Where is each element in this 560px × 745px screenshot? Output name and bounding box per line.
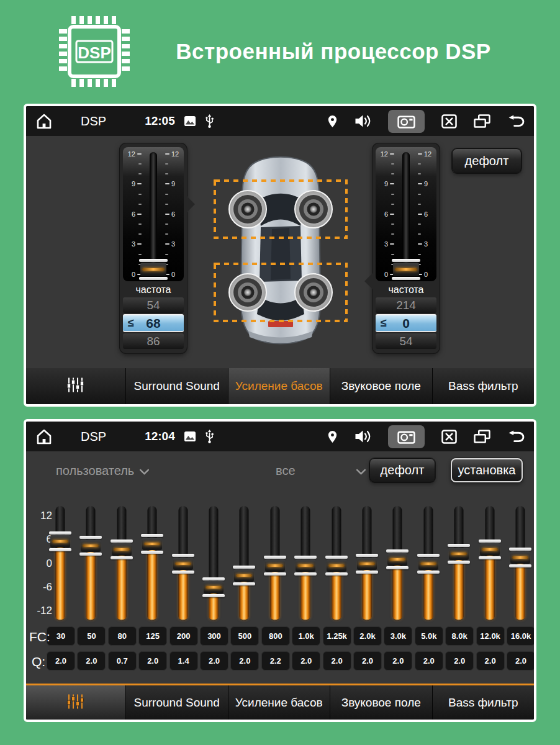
eq-handle[interactable] (509, 548, 531, 567)
preset-dropdown[interactable]: пользователь (56, 464, 150, 478)
eq-band-slider-500[interactable] (232, 506, 256, 621)
eq-band-slider-300[interactable] (201, 506, 226, 621)
eq-band-slider-50[interactable] (78, 506, 103, 621)
frequency-option[interactable]: 54 (123, 297, 184, 313)
back-icon[interactable] (507, 115, 525, 128)
fc-value-chip[interactable]: 1.25k (323, 626, 351, 646)
left-crossover-fader[interactable]: 129630129630 (123, 147, 184, 281)
eq-handle[interactable] (479, 540, 501, 559)
close-app-icon[interactable] (441, 114, 457, 129)
fc-value-chip[interactable]: 50 (77, 626, 106, 646)
eq-handle[interactable] (79, 536, 102, 556)
eq-band-slider-2.0k[interactable] (355, 506, 379, 621)
eq-band-slider-5.0k[interactable] (416, 506, 441, 621)
fader-handle[interactable] (392, 259, 420, 280)
location-icon[interactable] (327, 115, 338, 128)
home-icon[interactable] (35, 428, 53, 445)
back-icon[interactable] (507, 430, 525, 443)
q-value-chip[interactable]: 2.0 (77, 651, 106, 670)
q-value-chip[interactable]: 2.0 (200, 651, 228, 670)
volume-icon[interactable] (355, 114, 371, 128)
eq-band-slider-125[interactable] (140, 506, 165, 621)
fc-value-chip[interactable]: 12.0k (476, 626, 505, 646)
tab-sound-field[interactable]: Звуковое поле (330, 685, 432, 720)
eq-handle[interactable] (172, 554, 194, 574)
fc-value-chip[interactable]: 80 (108, 626, 137, 646)
tab-sound-field[interactable]: Звуковое поле (330, 368, 432, 404)
default-button[interactable]: дефолт (369, 458, 435, 482)
eq-band-slider-800[interactable] (263, 506, 287, 621)
tab-equalizer[interactable] (26, 368, 125, 404)
home-icon[interactable] (35, 113, 53, 129)
tab-bass-filter[interactable]: Bass фильтр (432, 368, 535, 404)
eq-handle[interactable] (141, 534, 163, 554)
right-crossover-fader[interactable]: 129630129630 (376, 147, 436, 281)
tab-bass-boost[interactable]: Усиление басов (228, 685, 330, 720)
eq-band-slider-3.0k[interactable] (385, 506, 410, 621)
eq-band-slider-30[interactable] (48, 506, 73, 621)
fader-rail[interactable] (150, 152, 157, 276)
fc-value-chip[interactable]: 16.0k (507, 626, 535, 646)
eq-handle[interactable] (386, 549, 409, 569)
fc-value-chip[interactable]: 125 (138, 626, 167, 646)
frequency-option[interactable]: 214 (376, 297, 436, 313)
camera-button[interactable] (388, 110, 425, 133)
camera-button[interactable] (388, 425, 425, 448)
volume-icon[interactable] (355, 430, 371, 443)
fc-value-chip[interactable]: 800 (261, 626, 290, 646)
fader-handle[interactable] (139, 259, 168, 280)
fc-value-chip[interactable]: 200 (169, 626, 198, 646)
q-value-chip[interactable]: 2.0 (476, 651, 505, 670)
eq-handle[interactable] (417, 554, 440, 574)
frequency-option-selected[interactable]: ≤68 (123, 314, 184, 332)
q-value-chip[interactable]: 2.0 (230, 651, 259, 670)
eq-band-slider-12.0k[interactable] (477, 506, 502, 621)
tab-equalizer[interactable] (26, 685, 125, 720)
eq-band-slider-80[interactable] (109, 506, 134, 621)
fader-rail[interactable] (402, 152, 410, 276)
fc-value-chip[interactable]: 500 (230, 626, 259, 646)
q-value-chip[interactable]: 2.0 (384, 651, 412, 670)
eq-handle[interactable] (294, 556, 317, 576)
eq-handle[interactable] (264, 556, 286, 576)
q-value-chip[interactable]: 2.0 (415, 651, 443, 670)
eq-band-slider-1.25k[interactable] (324, 506, 349, 621)
q-value-chip[interactable]: 2.0 (47, 651, 75, 670)
default-button[interactable]: дефолт (452, 148, 522, 173)
eq-handle[interactable] (111, 540, 133, 559)
frequency-option[interactable]: 86 (123, 333, 184, 349)
q-value-chip[interactable]: 2.2 (261, 651, 290, 670)
eq-handle[interactable] (325, 556, 348, 576)
eq-band-slider-8.0k[interactable] (446, 506, 471, 621)
eq-handle[interactable] (356, 554, 378, 574)
q-value-chip[interactable]: 1.4 (169, 651, 198, 670)
setup-button[interactable]: установка (451, 458, 523, 482)
eq-band-slider-200[interactable] (171, 506, 196, 621)
location-icon[interactable] (327, 430, 338, 443)
recent-apps-icon[interactable] (474, 430, 490, 444)
fc-value-chip[interactable]: 30 (47, 626, 75, 646)
frequency-option[interactable]: 54 (376, 333, 436, 349)
fc-value-chip[interactable]: 5.0k (415, 626, 443, 646)
q-value-chip[interactable]: 2.0 (353, 651, 382, 670)
q-value-chip[interactable]: 2.0 (445, 651, 474, 670)
q-value-chip[interactable]: 0.7 (108, 651, 137, 670)
fc-value-chip[interactable]: 8.0k (445, 626, 474, 646)
eq-band-slider-16.0k[interactable] (508, 506, 533, 621)
tab-bass-boost[interactable]: Усиление басов (228, 368, 330, 404)
close-app-icon[interactable] (441, 430, 457, 444)
q-value-chip[interactable]: 2.0 (323, 651, 351, 670)
frequency-option-selected[interactable]: ≤0 (376, 314, 436, 332)
fc-value-chip[interactable]: 1.0k (292, 626, 320, 646)
tab-bass-filter[interactable]: Bass фильтр (432, 685, 535, 720)
fc-value-chip[interactable]: 300 (200, 626, 228, 646)
eq-handle[interactable] (233, 566, 255, 585)
tab-surround-sound[interactable]: Surround Sound (125, 685, 228, 720)
fc-value-chip[interactable]: 3.0k (384, 626, 412, 646)
tab-surround-sound[interactable]: Surround Sound (125, 368, 228, 404)
channel-dropdown[interactable]: все (276, 464, 366, 478)
recent-apps-icon[interactable] (474, 114, 490, 129)
fc-value-chip[interactable]: 2.0k (353, 626, 382, 646)
eq-handle[interactable] (49, 531, 71, 551)
q-value-chip[interactable]: 2.0 (138, 651, 167, 670)
